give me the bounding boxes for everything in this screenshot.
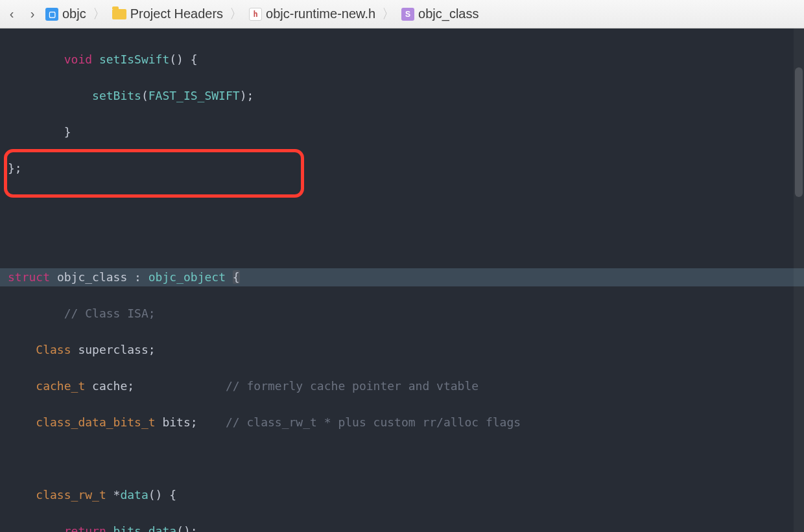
nav-back-button[interactable]: ‹ <box>4 6 19 22</box>
nav-forward-button[interactable]: › <box>25 6 40 22</box>
code-line <box>0 196 804 214</box>
header-file-icon: h <box>249 8 262 21</box>
crumb-separator: 〉 <box>228 5 244 23</box>
code-line: } <box>0 123 804 141</box>
crumb-label: objc <box>62 6 86 21</box>
crumb-separator: 〉 <box>381 5 396 23</box>
code-line: class_rw_t *data() { <box>0 486 804 504</box>
project-icon: ▢ <box>45 8 58 21</box>
crumb-label: Project Headers <box>130 6 223 21</box>
code-line <box>0 232 804 250</box>
breadcrumb-bar: ‹ › ▢ objc 〉 Project Headers 〉 h objc-ru… <box>0 0 804 29</box>
symbol-icon: S <box>401 8 414 21</box>
code-line: }; <box>0 159 804 178</box>
crumb-folder[interactable]: Project Headers <box>112 6 223 21</box>
source-editor[interactable]: void setIsSwift() { setBits(FAST_IS_SWIF… <box>0 29 804 532</box>
crumb-separator: 〉 <box>91 5 107 23</box>
scrollbar-track[interactable] <box>794 29 804 532</box>
code-line: cache_t cache; // formerly cache pointer… <box>0 377 804 395</box>
code-line-highlighted: struct objc_class : objc_object { <box>0 268 804 286</box>
crumb-objc[interactable]: ▢ objc <box>45 6 86 21</box>
crumb-label: objc-runtime-new.h <box>266 6 375 21</box>
crumb-file[interactable]: h objc-runtime-new.h <box>249 6 375 21</box>
code-line: Class superclass; <box>0 341 804 359</box>
code-line: class_data_bits_t bits; // class_rw_t * … <box>0 413 804 432</box>
code-line: // Class ISA; <box>0 305 804 323</box>
crumb-label: objc_class <box>418 6 479 21</box>
code-line: void setIsSwift() { <box>0 51 804 69</box>
crumb-symbol[interactable]: S objc_class <box>401 6 479 21</box>
code-line: setBits(FAST_IS_SWIFT); <box>0 87 804 105</box>
code-line: return bits.data(); <box>0 522 804 532</box>
folder-icon <box>112 9 126 19</box>
code-line <box>0 450 804 468</box>
scrollbar-thumb[interactable] <box>795 67 803 197</box>
